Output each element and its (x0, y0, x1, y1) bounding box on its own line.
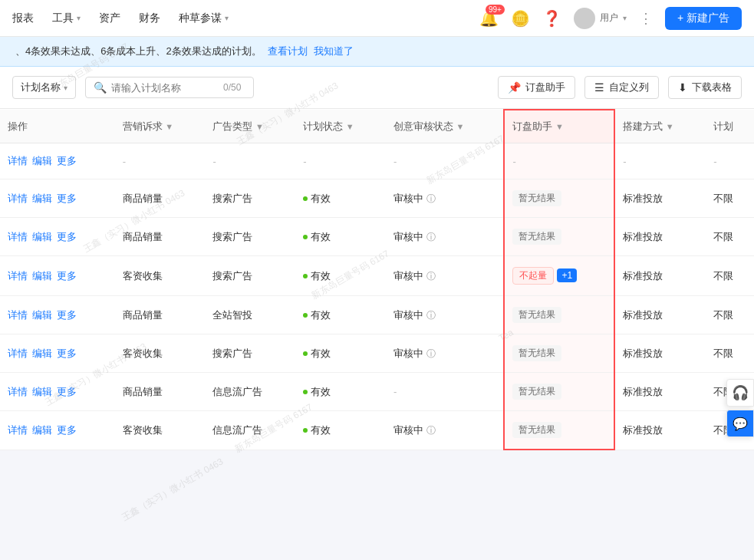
nav-baobiao[interactable]: 报表 (12, 12, 34, 25)
action-link-更多[interactable]: 更多 (57, 308, 77, 322)
yuan-icon[interactable]: 🪙 (511, 9, 530, 28)
action-link-编辑[interactable]: 编辑 (32, 154, 52, 168)
action-link-编辑[interactable]: 编辑 (32, 423, 52, 437)
alert-text: 、4条效果未达成、6条成本上升、2条效果达成的计划。 (15, 44, 262, 58)
action-link-详情[interactable]: 详情 (8, 423, 28, 437)
action-link-编辑[interactable]: 编辑 (32, 308, 52, 322)
review-info-icon[interactable]: ⓘ (426, 232, 436, 242)
more-icon[interactable]: ⋮ (639, 10, 653, 27)
alert-bar: 、4条效果未达成、6条成本上升、2条效果达成的计划。 查看计划 我知道了 (0, 37, 754, 67)
cell-buildmethod: 标准投放 (614, 256, 706, 296)
action-link-更多[interactable]: 更多 (57, 385, 77, 399)
action-link-编辑[interactable]: 编辑 (32, 347, 52, 361)
cell-action: 详情编辑更多 (0, 296, 115, 334)
cell-dingpan: 暂无结果 (504, 218, 614, 256)
table-header: 操作 营销诉求 ▼ 广告类型 ▼ 计划状态 ▼ 创意审核状态 ▼ (0, 110, 754, 143)
action-link-详情[interactable]: 详情 (8, 154, 28, 168)
th-planlimit: 计划 (706, 110, 754, 143)
headset-icon: 🎧 (732, 384, 749, 401)
cell-planlimit: 不限 (706, 218, 754, 256)
action-link-更多[interactable]: 更多 (57, 192, 77, 206)
review-info-icon[interactable]: ⓘ (426, 348, 436, 359)
plus-tag[interactable]: +1 (557, 268, 577, 282)
alert-dismiss-link[interactable]: 我知道了 (314, 44, 354, 58)
cell-adtype: 搜索广告 (205, 180, 295, 218)
filter-adtype-icon[interactable]: ▼ (255, 122, 264, 131)
watermark-8: 王鑫（实习）微小红书 0463 (120, 456, 226, 525)
action-link-详情[interactable]: 详情 (8, 192, 28, 206)
nav-zhongcao[interactable]: 种草参谋 ▾ (179, 12, 229, 25)
cell-adtype: 信息流广告 (205, 411, 295, 450)
cell-dingpan: 暂无结果 (504, 411, 614, 450)
new-ad-button[interactable]: + 新建广告 (665, 7, 742, 30)
nav-zichan[interactable]: 资产 (99, 12, 120, 25)
action-link-更多[interactable]: 更多 (57, 423, 77, 437)
action-link-更多[interactable]: 更多 (57, 230, 77, 244)
search-icon: 🔍 (94, 81, 107, 94)
review-info-icon[interactable]: ⓘ (426, 310, 436, 321)
action-link-更多[interactable]: 更多 (57, 347, 77, 361)
filter-planstatus-icon[interactable]: ▼ (346, 122, 354, 131)
ad-table-wrap: 操作 营销诉求 ▼ 广告类型 ▼ 计划状态 ▼ 创意审核状态 ▼ (0, 109, 754, 450)
custom-col-label: 自定义列 (609, 81, 649, 94)
chat-button[interactable]: 💬 (726, 410, 754, 437)
nav-gongju[interactable]: 工具 ▾ (52, 12, 81, 25)
cell-dingpan: - (504, 143, 614, 180)
nav-icons: 🔔 99+ 🪙 ❓ 用户 ▾ ⋮ + 新建广告 (479, 7, 742, 30)
cell-buildmethod: 标准投放 (614, 180, 706, 218)
action-link-详情[interactable]: 详情 (8, 347, 28, 361)
cell-marketing: 商品销量 (115, 373, 206, 411)
th-planstatus: 计划状态 ▼ (295, 110, 386, 143)
cell-planstatus: 有效 (295, 180, 386, 218)
review-info-icon[interactable]: ⓘ (426, 193, 436, 204)
cell-reviewstatus: 审核中 ⓘ (386, 256, 504, 296)
action-link-编辑[interactable]: 编辑 (32, 385, 52, 399)
table-row: 详情编辑更多商品销量信息流广告有效-暂无结果标准投放不限 (0, 373, 754, 411)
float-buttons: 🎧 💬 (726, 379, 754, 437)
notification-bell[interactable]: 🔔 99+ (479, 9, 499, 28)
action-link-详情[interactable]: 详情 (8, 230, 28, 244)
filter-reviewstatus-icon[interactable]: ▼ (456, 122, 465, 131)
cell-marketing: 商品销量 (115, 180, 206, 218)
table-row: 详情编辑更多商品销量搜索广告有效审核中 ⓘ暂无结果标准投放不限 (0, 180, 754, 218)
cell-marketing: 客资收集 (115, 256, 206, 296)
plan-search-wrap: 🔍 0/50 (85, 77, 254, 98)
table-row: 详情编辑更多客资收集搜索广告有效审核中 ⓘ暂无结果标准投放不限 (0, 334, 754, 373)
help-icon[interactable]: ❓ (542, 9, 561, 28)
review-info-icon[interactable]: ⓘ (426, 271, 436, 282)
avatar-chevron-icon: ▾ (623, 14, 627, 22)
action-link-详情[interactable]: 详情 (8, 269, 28, 283)
th-dingpan: 订盘助手 ▼ (504, 110, 614, 143)
action-link-更多[interactable]: 更多 (57, 154, 77, 168)
no-volume-tag: 不起量 (512, 267, 554, 285)
user-avatar[interactable]: 用户 ▾ (574, 8, 627, 29)
ding-pan-button[interactable]: 📌 订盘助手 (498, 76, 575, 99)
filter-marketing-icon[interactable]: ▼ (165, 122, 173, 131)
cell-buildmethod: - (614, 143, 706, 180)
nav-caiwu[interactable]: 财务 (139, 12, 160, 25)
plan-search-input[interactable] (111, 82, 219, 94)
cell-planstatus: 有效 (295, 411, 386, 450)
cell-marketing: 客资收集 (115, 411, 206, 450)
notification-badge: 99+ (486, 5, 505, 15)
action-link-详情[interactable]: 详情 (8, 385, 28, 399)
filter-dingpan-icon[interactable]: ▼ (555, 122, 564, 131)
download-table-button[interactable]: ⬇ 下载表格 (668, 76, 742, 99)
cell-reviewstatus: - (386, 373, 504, 411)
cell-action: 详情编辑更多 (0, 334, 115, 373)
action-link-更多[interactable]: 更多 (57, 269, 77, 283)
cell-adtype: 信息流广告 (205, 373, 295, 411)
action-link-编辑[interactable]: 编辑 (32, 269, 52, 283)
cell-planstatus: - (295, 143, 386, 180)
headset-button[interactable]: 🎧 (726, 379, 754, 407)
review-info-icon[interactable]: ⓘ (426, 425, 436, 436)
cell-action: 详情编辑更多 (0, 180, 115, 218)
filter-buildmethod-icon[interactable]: ▼ (666, 122, 674, 131)
plan-name-selector[interactable]: 计划名称 ▾ (12, 76, 76, 99)
action-link-编辑[interactable]: 编辑 (32, 192, 52, 206)
action-link-详情[interactable]: 详情 (8, 308, 28, 322)
alert-view-plan-link[interactable]: 查看计划 (268, 44, 308, 58)
action-link-编辑[interactable]: 编辑 (32, 230, 52, 244)
table-row: 详情编辑更多商品销量全站智投有效审核中 ⓘ暂无结果标准投放不限 (0, 296, 754, 334)
custom-col-button[interactable]: ☰ 自定义列 (584, 76, 659, 99)
